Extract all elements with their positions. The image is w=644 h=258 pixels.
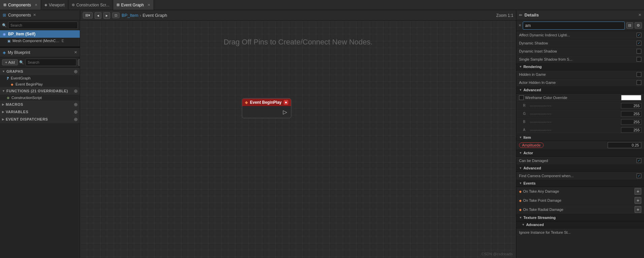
- actor-hidden-value: [621, 80, 641, 85]
- viewport-back-btn[interactable]: ◂: [95, 12, 101, 19]
- b-label: B: [523, 120, 527, 124]
- components-panel-close[interactable]: ✕: [33, 13, 36, 17]
- details-search-input[interactable]: [523, 22, 625, 30]
- wireframe-color-swatch[interactable]: [621, 95, 641, 100]
- color-g-input[interactable]: [621, 111, 641, 117]
- my-blueprint-close[interactable]: ✕: [74, 50, 77, 55]
- advanced-section1-divider[interactable]: ▼ Advanced: [516, 87, 644, 94]
- functions-section-header[interactable]: ▼ FUNCTIONS (21 OVERRIDABLE) ⊕: [0, 87, 80, 95]
- components-panel: ⊞ Components ✕ 🔍 ◉ BP_Item (Self) ▣ Mesh…: [0, 10, 80, 47]
- my-blueprint-search-input[interactable]: [25, 59, 76, 66]
- graphs-add-button[interactable]: ⊕: [74, 69, 78, 74]
- event-node-close-btn[interactable]: ■: [284, 100, 288, 105]
- variables-section-label: VARIABLES: [6, 110, 72, 114]
- dynamic-shadow-row: Dynamic Shadow: [516, 39, 644, 47]
- single-sample-shadow-label: Single Sample Shadow from S...: [519, 57, 621, 61]
- macros-add-button[interactable]: ⊕: [74, 102, 78, 107]
- functions-section-label: FUNCTIONS (21 OVERRIDABLE): [6, 89, 72, 93]
- on-take-radial-damage-add-btn[interactable]: +: [635, 206, 641, 213]
- color-r-input[interactable]: [621, 103, 641, 108]
- on-take-radial-damage-label: On Take Radial Damage: [523, 207, 635, 212]
- search-icon: 🔍: [2, 23, 7, 28]
- dynamic-shadow-checkbox[interactable]: [637, 41, 641, 45]
- wireframe-enable-checkbox[interactable]: [519, 95, 524, 100]
- viewport-mode-btn[interactable]: ⊞▾: [83, 12, 93, 19]
- actor-hidden-checkbox[interactable]: [637, 80, 641, 85]
- my-blueprint-add-button[interactable]: + Add: [2, 59, 18, 65]
- amplitude-value-input[interactable]: [608, 142, 641, 148]
- actor-section-divider[interactable]: ▼ Actor: [516, 150, 644, 157]
- affect-dynamic-checkbox[interactable]: [637, 33, 641, 37]
- single-sample-shadow-checkbox[interactable]: [637, 57, 641, 62]
- tab-viewport[interactable]: ◈ Viewport: [41, 0, 68, 10]
- event-dispatchers-section-header[interactable]: ▶ EVENT DISPATCHERS ⊕: [0, 116, 80, 123]
- construction-script-item[interactable]: ⊛ ConstructionScript: [0, 95, 80, 101]
- tab-components-close[interactable]: ✕: [35, 3, 37, 7]
- g-dots: ·····················: [527, 112, 621, 116]
- my-blueprint-settings-button[interactable]: ⚙: [78, 59, 80, 66]
- components-search-bar: 🔍: [0, 20, 80, 30]
- on-take-any-damage-add-btn[interactable]: +: [635, 188, 641, 195]
- functions-add-button[interactable]: ⊕: [74, 88, 78, 94]
- viewport-toolbar: ⊞▾ ◂ ▸ ⊡ BP_Item › Event Graph Zoom 1:1: [80, 10, 516, 21]
- breadcrumb-bp-item[interactable]: BP_Item: [122, 13, 138, 18]
- event-beginplay-node[interactable]: ◆ Event BeginPlay ■ ▷: [242, 98, 291, 118]
- event-beginplay-item[interactable]: ◆ Event BeginPlay: [0, 81, 80, 87]
- a-dots: ·····················: [527, 128, 621, 132]
- item-section-label: Item: [523, 135, 531, 139]
- details-settings-button[interactable]: ⚙: [635, 22, 642, 29]
- advanced-section2-divider[interactable]: ▼ Advanced: [516, 165, 644, 172]
- components-search-input[interactable]: [8, 22, 78, 29]
- item-section-header[interactable]: ▼ Item: [516, 134, 644, 141]
- variables-add-button[interactable]: ⊕: [74, 109, 78, 115]
- texture-advanced-divider[interactable]: ▼ Advanced: [516, 221, 644, 228]
- can-be-damaged-checkbox[interactable]: [637, 158, 641, 163]
- details-panel-header: ✏ Details ✕: [516, 10, 644, 20]
- event-node-title: Event BeginPlay: [250, 100, 282, 105]
- macros-section-header[interactable]: ▶ MACROS ⊕: [0, 101, 80, 108]
- find-camera-value: [621, 173, 641, 178]
- graphs-section-label: GRAPHS: [6, 69, 72, 73]
- eventgraph-tab-icon: ⊞: [117, 3, 120, 7]
- tab-eventgraph[interactable]: ⊞ Event Graph ✕: [113, 0, 154, 10]
- details-grid-view-button[interactable]: ⊟: [626, 22, 633, 29]
- search-icon-bp: 🔍: [19, 60, 24, 65]
- on-take-any-damage-label: On Take Any Damage: [523, 189, 635, 193]
- events-section-divider[interactable]: ▼ Events: [516, 180, 644, 187]
- eventgraph-item[interactable]: ⁋ EventGraph: [0, 75, 80, 81]
- zoom-label: Zoom 1:1: [496, 13, 513, 18]
- can-be-damaged-value: [621, 158, 641, 163]
- rendering-section-divider[interactable]: ▼ Rendering: [516, 63, 644, 70]
- viewport-fit-btn[interactable]: ⊡: [112, 12, 120, 18]
- on-take-point-damage-add-btn[interactable]: +: [635, 197, 641, 204]
- color-a-input[interactable]: [621, 127, 641, 133]
- event-dispatchers-add-button[interactable]: ⊕: [74, 117, 78, 122]
- bp-item-self-row[interactable]: ◉ BP_Item (Self): [0, 30, 80, 38]
- item-section-chevron: ▼: [519, 136, 522, 139]
- dynamic-inset-shadow-checkbox[interactable]: [637, 49, 641, 54]
- my-blueprint-icon: ◈: [3, 50, 6, 55]
- tab-construction[interactable]: ⊛ Construction Scr...: [68, 0, 113, 10]
- viewport-forward-btn[interactable]: ▸: [103, 12, 110, 19]
- texture-streaming-section-divider[interactable]: ▼ Texture Streaming: [516, 214, 644, 221]
- grid-canvas[interactable]: Drag Off Pins to Create/Connect New Node…: [80, 21, 516, 258]
- mesh-component-row[interactable]: ▣ Mesh Component (MeshComponent) E: [0, 38, 80, 44]
- tab-components[interactable]: ⊞ Components ✕: [0, 0, 41, 10]
- dynamic-inset-shadow-row: Dynamic Inset Shadow: [516, 47, 644, 55]
- graphs-section-header[interactable]: ▼ GRAPHS ⊕: [0, 68, 80, 75]
- hidden-in-game-checkbox[interactable]: [637, 72, 641, 77]
- tab-components-label: Components: [8, 3, 31, 7]
- details-search-clear-icon[interactable]: ✕: [518, 23, 521, 28]
- tab-eventgraph-close[interactable]: ✕: [148, 3, 150, 7]
- components-panel-title: Components: [8, 13, 31, 18]
- tab-viewport-label: Viewport: [49, 3, 64, 7]
- details-panel-close[interactable]: ✕: [638, 13, 641, 17]
- bp-item-icon: ◉: [3, 32, 6, 36]
- main-layout: ⊞ Components ✕ 🔍 ◉ BP_Item (Self) ▣ Mesh…: [0, 10, 644, 258]
- texture-streaming-section-label: Texture Streaming: [523, 216, 641, 220]
- dynamic-inset-shadow-label: Dynamic Inset Shadow: [519, 49, 621, 53]
- variables-section-header[interactable]: ▶ VARIABLES ⊕: [0, 108, 80, 116]
- color-b-input[interactable]: [621, 119, 641, 125]
- find-camera-checkbox[interactable]: [637, 173, 641, 178]
- components-icon: ⊞: [3, 13, 6, 18]
